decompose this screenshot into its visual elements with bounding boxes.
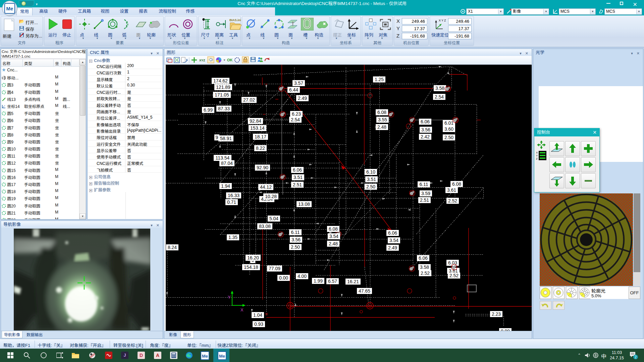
svg-text:44.12: 44.12 — [260, 184, 272, 190]
svg-text:6.06: 6.06 — [421, 119, 430, 124]
svg-text:2.49: 2.49 — [298, 96, 307, 101]
svg-text:2.50: 2.50 — [291, 244, 300, 250]
svg-text:2.52: 2.52 — [421, 270, 430, 276]
svg-text:6.06: 6.06 — [419, 255, 428, 261]
svg-text:XYZ: XYZ — [439, 19, 446, 22]
svg-text:1.99: 1.99 — [314, 278, 323, 284]
svg-text:16.20: 16.20 — [247, 255, 259, 260]
svg-text:92.90: 92.90 — [257, 165, 268, 170]
svg-text:2: 2 — [635, 355, 637, 359]
svg-text:77.09: 77.09 — [269, 266, 280, 271]
svg-text:6.10: 6.10 — [366, 169, 375, 175]
svg-text:87.04: 87.04 — [221, 161, 233, 166]
svg-text:13.08: 13.08 — [298, 201, 310, 207]
svg-text:2.51: 2.51 — [293, 182, 302, 187]
svg-text:6.57: 6.57 — [328, 279, 337, 284]
svg-text:Z: Z — [536, 157, 538, 160]
svg-text:121.89: 121.89 — [216, 84, 230, 90]
svg-text:6.08: 6.08 — [377, 110, 386, 115]
svg-text:153.14: 153.14 — [250, 125, 265, 131]
svg-text:6.06: 6.06 — [388, 230, 397, 236]
svg-text:1.25: 1.25 — [375, 77, 384, 82]
svg-text:10.28: 10.28 — [265, 194, 277, 199]
svg-text:2.51: 2.51 — [420, 197, 429, 203]
svg-text:8.24: 8.24 — [168, 245, 177, 250]
svg-text:Y: Y — [228, 295, 231, 300]
svg-text:X: X — [536, 151, 538, 154]
svg-text:92.84: 92.84 — [250, 118, 261, 124]
svg-text:2.48: 2.48 — [329, 241, 338, 246]
svg-text:X: X — [240, 307, 244, 312]
svg-text:47.65: 47.65 — [359, 288, 370, 294]
svg-text:3.59: 3.59 — [421, 191, 430, 196]
svg-text:3.58: 3.58 — [435, 85, 444, 91]
svg-text:3.54: 3.54 — [329, 234, 338, 239]
svg-text:1.04: 1.04 — [253, 312, 262, 318]
svg-text:113.54: 113.54 — [216, 155, 230, 161]
svg-text:6.23: 6.23 — [292, 111, 301, 117]
svg-text:6.06: 6.06 — [293, 167, 302, 173]
svg-text:0.71: 0.71 — [227, 199, 236, 205]
svg-text:3.51: 3.51 — [367, 177, 376, 182]
svg-text:BIAS.ini: BIAS.ini — [229, 18, 241, 22]
svg-text:6.01: 6.01 — [444, 120, 453, 126]
svg-text:3.57: 3.57 — [294, 80, 303, 86]
svg-text:6.08: 6.08 — [329, 226, 338, 232]
svg-text:OK: OK — [227, 58, 233, 62]
svg-text:3.55: 3.55 — [378, 117, 387, 122]
svg-text:154.18: 154.18 — [244, 264, 258, 270]
svg-text:▼: ▼ — [223, 59, 226, 62]
svg-text:XYZ: XYZ — [199, 59, 205, 62]
svg-text:9: 9 — [216, 135, 218, 140]
svg-text:3.58: 3.58 — [420, 264, 429, 270]
svg-text:16.33: 16.33 — [228, 193, 239, 198]
svg-text:174.62: 174.62 — [213, 78, 228, 83]
svg-text:2.23: 2.23 — [492, 311, 501, 317]
svg-text:6.99: 6.99 — [204, 107, 213, 113]
svg-text:0.93: 0.93 — [254, 321, 263, 327]
svg-text:3.54: 3.54 — [389, 238, 398, 243]
svg-text:6.44: 6.44 — [289, 87, 298, 93]
svg-text:6.08: 6.08 — [452, 181, 461, 187]
svg-text:2.49: 2.49 — [388, 245, 397, 250]
svg-text:2.42: 2.42 — [421, 134, 430, 139]
svg-text:1.35: 1.35 — [228, 235, 237, 240]
svg-text:3.56: 3.56 — [421, 127, 430, 132]
svg-text:3.61: 3.61 — [447, 187, 456, 193]
svg-text:1.94: 1.94 — [221, 183, 230, 189]
svg-text:Y: Y — [536, 154, 538, 157]
svg-text:171.05: 171.05 — [215, 92, 229, 98]
svg-text:58.91: 58.91 — [220, 136, 232, 141]
svg-text:2.52: 2.52 — [448, 198, 457, 203]
svg-text:6.11: 6.11 — [419, 182, 428, 187]
svg-text:5.04: 5.04 — [269, 216, 278, 221]
svg-text:4.00: 4.00 — [298, 274, 307, 279]
svg-text:2.50: 2.50 — [366, 184, 375, 189]
svg-text:3.51: 3.51 — [293, 175, 303, 180]
svg-text:8.22: 8.22 — [256, 145, 265, 151]
svg-text:2.54: 2.54 — [435, 94, 444, 100]
svg-text:2.54: 2.54 — [291, 117, 300, 122]
svg-text:6.11: 6.11 — [291, 230, 300, 235]
svg-text:83.08: 83.08 — [259, 224, 271, 229]
svg-text:3.60: 3.60 — [444, 126, 453, 132]
svg-text:16.21: 16.21 — [347, 279, 359, 284]
svg-text:87.33: 87.33 — [218, 106, 230, 111]
svg-text:3.56: 3.56 — [291, 237, 301, 242]
svg-text:0.99: 0.99 — [501, 328, 510, 331]
svg-text:18.17: 18.17 — [255, 134, 266, 139]
svg-text:2.50: 2.50 — [444, 135, 453, 140]
svg-text:2.52: 2.52 — [449, 273, 459, 278]
svg-text:0.00: 0.00 — [279, 275, 288, 281]
svg-text:2.48: 2.48 — [377, 124, 386, 130]
svg-text:27.02: 27.02 — [243, 97, 255, 103]
